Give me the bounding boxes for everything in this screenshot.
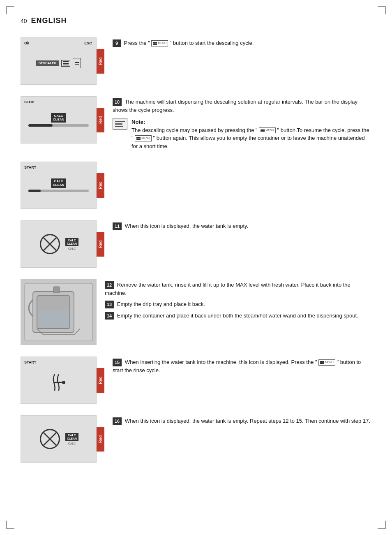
image-col-step15: START Red [21, 357, 104, 404]
text-col-step10: 10 The machine will start dispensing the… [113, 96, 371, 154]
descaler-badge: DESCALER [36, 60, 58, 66]
no-icon [39, 233, 61, 255]
start-label-15: START [24, 360, 36, 364]
calc-clean-badge-11: CALC CLEAN [65, 238, 78, 246]
step15-text: 15 When inserting the water tank into th… [113, 358, 371, 374]
page-header: 40 ENGLISH [21, 16, 371, 25]
stop-label: STOP [24, 100, 34, 104]
svg-rect-7 [53, 287, 60, 293]
calc-11: CALC [68, 239, 76, 242]
ok-label: Ok [24, 41, 29, 45]
no-icon-16 [39, 428, 61, 450]
menu-btn-ref-note2: MENU [135, 135, 152, 141]
image-col-step12 [21, 279, 97, 345]
text-col-step15: 15 When inserting the water tank into th… [113, 357, 371, 378]
start-label-10b: START [24, 165, 36, 169]
section-step10: STOP CALC CLEAN Red 10 The machine will … [21, 96, 371, 154]
section-step9: Ok ESC DESCALER [21, 37, 371, 85]
text-col-step11: 11 When this icon is displayed, the wate… [113, 220, 371, 234]
page-number: 40 [21, 18, 27, 24]
corner-mark-tl [6, 6, 14, 14]
note-title: Note: [131, 119, 145, 125]
step10-num: 10 [113, 98, 122, 106]
step14-text: 14 Empty the container and place it back… [105, 312, 371, 320]
menu-btn-ref-note1: MENU [259, 127, 276, 134]
clean-11: CLEAN [67, 242, 77, 245]
progress-bar-fill-10b [28, 190, 40, 192]
note-icon [113, 118, 127, 130]
device-screen-step11: CALC CLEAN CALC [21, 220, 97, 268]
text-col-step12-14: 12 Remove the water tank, rinse it and f… [105, 279, 371, 323]
section-step15: START Red 15 When inserting the wa [21, 357, 371, 404]
menu-btn-ref-9: MENU [151, 40, 168, 46]
page-title: ENGLISH [31, 16, 67, 25]
calc-16: CALC [68, 434, 76, 437]
red-tab-step10: Red [97, 108, 104, 132]
clean-label-10b: CLEAN [53, 183, 65, 187]
calc-sub-16: CALC [68, 442, 76, 445]
clean-label-10: CLEAN [53, 118, 65, 122]
step15-num: 15 [113, 359, 122, 366]
progress-bar-10 [28, 124, 88, 127]
note-content: Note: The descaling cycle may be paused … [131, 118, 371, 150]
note-line-2 [115, 123, 122, 125]
red-tab-step10b: Red [97, 173, 104, 198]
step16-num: 16 [113, 417, 122, 425]
step12-text: 12 Remove the water tank, rinse it and f… [105, 281, 371, 297]
corner-mark-tr [378, 6, 386, 14]
step12-num: 12 [105, 281, 114, 289]
device-screen-step10: STOP CALC CLEAN [21, 96, 97, 144]
step16-text: 16 When this icon is displayed, the wate… [113, 417, 371, 425]
note-text: The descaling cycle may be paused by pre… [131, 127, 369, 149]
note-box: Note: The descaling cycle may be paused … [113, 118, 371, 150]
clean-16: CLEAN [67, 437, 77, 440]
device-screen-step15: START [21, 357, 97, 404]
esc-label: ESC [84, 41, 92, 45]
step11-text: 11 When this icon is displayed, the wate… [113, 222, 371, 230]
text-col-step10b [113, 162, 371, 163]
image-col-step16: CALC CLEAN CALC Red [21, 415, 104, 463]
calc-clean-side-16: CALC CLEAN CALC [65, 433, 78, 445]
water-tank-svg [21, 279, 97, 345]
image-col-step10b: START CALC CLEAN Red [21, 162, 104, 209]
note-line-1 [115, 121, 125, 122]
step14-num: 14 [105, 312, 114, 320]
menu-btn-ref-15: MENU [318, 359, 335, 366]
calc-clean-badge-10b: CALC CLEAN [51, 178, 67, 188]
step10-text: 10 The machine will start dispensing the… [113, 98, 371, 114]
note-line-3 [115, 126, 123, 127]
menu-button-icon [61, 60, 70, 67]
step13-text: 13 Empty the drip tray and place it back… [105, 300, 371, 308]
step9-num: 9 [113, 39, 121, 47]
red-tab-step15: Red [97, 368, 104, 393]
step11-num: 11 [113, 222, 122, 230]
step9-text: 9 Press the " MENU " button to start the… [113, 39, 371, 47]
section-step16: CALC CLEAN CALC Red 16 When this icon is… [21, 415, 371, 463]
svg-rect-6 [38, 310, 69, 328]
red-tab-step16: Red [97, 427, 104, 452]
section-step12-14: 12 Remove the water tank, rinse it and f… [21, 279, 371, 345]
device-screen-step16: CALC CLEAN CALC [21, 415, 97, 463]
section-step10b: START CALC CLEAN Red [21, 162, 371, 209]
calc-clean-badge-16: CALC CLEAN [65, 433, 78, 441]
image-col-step11: CALC CLEAN CALC Red [21, 220, 104, 268]
screen-top-bar-step9: Ok ESC [24, 41, 92, 45]
progress-bar-10b [28, 190, 88, 192]
image-col-step9: Ok ESC DESCALER [21, 37, 104, 85]
corner-mark-br [378, 521, 386, 529]
device-screen-step9: Ok ESC DESCALER [21, 37, 97, 85]
calc-clean-badge-10: CALC CLEAN [51, 113, 67, 123]
calc-clean-side-11: CALC CLEAN CALC [65, 238, 78, 250]
image-col-step10: STOP CALC CLEAN Red [21, 96, 104, 144]
text-col-step9: 9 Press the " MENU " button to start the… [113, 37, 371, 51]
device-screen-step10b: START CALC CLEAN [21, 162, 97, 209]
step13-num: 13 [105, 301, 114, 308]
water-tank-image [21, 279, 97, 345]
text-col-step16: 16 When this icon is displayed, the wate… [113, 415, 371, 428]
small-device-icon [73, 58, 81, 68]
progress-bar-fill-10 [28, 124, 53, 127]
red-tab-step9: Red [97, 49, 104, 74]
calc-sub-11: CALC [68, 247, 76, 250]
section-step11: CALC CLEAN CALC Red 11 When this icon is… [21, 220, 371, 268]
note-lines [113, 119, 127, 129]
